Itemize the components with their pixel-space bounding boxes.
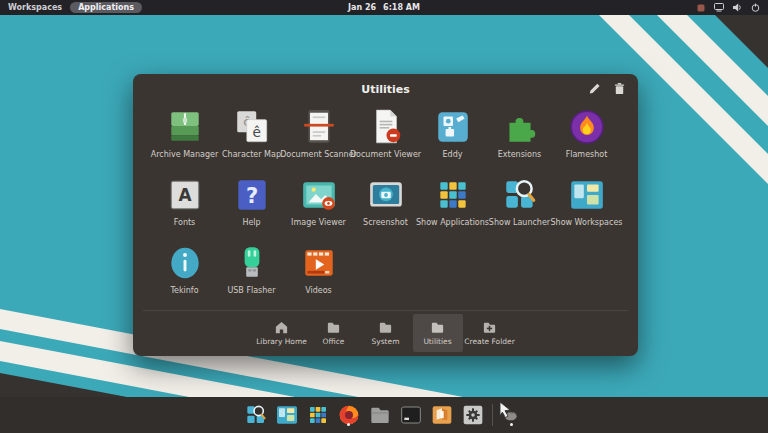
- tab-utilities[interactable]: Utilities: [413, 314, 463, 352]
- panel-right: [697, 0, 760, 15]
- screenshot-icon: [367, 176, 405, 214]
- usb-flasher-icon: [233, 244, 271, 282]
- app-document-scanner[interactable]: Document Scanner: [285, 106, 352, 174]
- archive-manager-icon: [166, 108, 204, 146]
- character-map-icon: ĉ ê: [233, 108, 271, 146]
- volume-icon[interactable]: [733, 3, 742, 12]
- dialog-header: Utilities: [133, 74, 638, 104]
- tab-create-folder[interactable]: Create Folder: [465, 314, 515, 352]
- app-character-map[interactable]: ĉ ê Character Map: [218, 106, 285, 174]
- dock-item-show-launcher[interactable]: [244, 403, 268, 427]
- svg-text:A: A: [178, 185, 191, 205]
- app-show-workspaces[interactable]: Show Workspaces: [553, 174, 620, 242]
- dialog-actions: [588, 82, 626, 95]
- app-screenshot[interactable]: Screenshot: [352, 174, 419, 242]
- flameshot-icon: [568, 108, 606, 146]
- dock-item-show-workspaces[interactable]: [275, 403, 299, 427]
- pencil-icon: [588, 82, 601, 95]
- divider: [143, 310, 628, 311]
- folder-icon: [378, 320, 393, 335]
- document-scanner-icon: [300, 108, 338, 146]
- clock-date: Jan 26: [348, 3, 376, 12]
- show-launcher-icon: [501, 176, 539, 214]
- svg-text:?: ?: [245, 183, 257, 208]
- category-tabs: Library Home Office System Utilities Cre…: [133, 314, 638, 352]
- trash-icon: [613, 82, 626, 95]
- workspaces-menu[interactable]: Workspaces: [8, 0, 62, 15]
- folder-icon: [326, 320, 341, 335]
- applications-menu[interactable]: Applications: [70, 2, 142, 13]
- terminal-icon: [399, 403, 423, 427]
- app-flameshot[interactable]: Flameshot: [553, 106, 620, 174]
- app-fonts[interactable]: A Fonts: [151, 174, 218, 242]
- show-applications-icon: [434, 176, 472, 214]
- show-applications-icon: [306, 403, 330, 427]
- app-grid: Archive Manager ĉ ê Character Map: [133, 106, 638, 310]
- extensions-icon: [501, 108, 539, 146]
- app-archive-manager[interactable]: Archive Manager: [151, 106, 218, 174]
- eddy-icon: [434, 108, 472, 146]
- help-icon: ?: [233, 176, 271, 214]
- appcenter-icon: [430, 403, 454, 427]
- app-show-applications[interactable]: Show Applications: [419, 174, 486, 242]
- indicator-icon[interactable]: [697, 4, 705, 12]
- power-icon[interactable]: [751, 3, 760, 12]
- home-icon: [274, 320, 289, 335]
- dock-item-settings[interactable]: [461, 403, 485, 427]
- show-launcher-icon: [244, 403, 268, 427]
- running-indicator: [510, 423, 513, 426]
- dock-item-firefox[interactable]: [337, 403, 361, 427]
- page-title: Utilities: [361, 83, 410, 96]
- files-folder-icon: [368, 403, 392, 427]
- clock[interactable]: Jan 26 6:18 AM: [348, 3, 420, 12]
- tab-system[interactable]: System: [361, 314, 411, 352]
- image-viewer-icon: [300, 176, 338, 214]
- clock-time: 6:18 AM: [383, 3, 420, 12]
- display-icon[interactable]: [714, 3, 724, 12]
- dock-item-files[interactable]: [368, 403, 392, 427]
- tab-library-home[interactable]: Library Home: [257, 314, 307, 352]
- app-show-launcher[interactable]: Show Launcher: [486, 174, 553, 242]
- app-tekinfo[interactable]: Tekinfo: [151, 242, 218, 310]
- app-document-viewer[interactable]: Document Viewer: [352, 106, 419, 174]
- delete-button[interactable]: [613, 82, 626, 95]
- top-panel: Workspaces Applications Jan 26 6:18 AM: [0, 0, 768, 15]
- app-image-viewer[interactable]: Image Viewer: [285, 174, 352, 242]
- utilities-dialog: Utilities Archive Manager: [133, 74, 638, 356]
- app-eddy[interactable]: Eddy: [419, 106, 486, 174]
- folder-plus-icon: [482, 320, 497, 335]
- dock: [0, 397, 768, 433]
- dock-item-appcenter[interactable]: [430, 403, 454, 427]
- tekinfo-icon: [166, 244, 204, 282]
- folder-icon: [430, 320, 445, 335]
- app-videos[interactable]: Videos: [285, 242, 352, 310]
- gear-icon: [461, 403, 485, 427]
- edit-button[interactable]: [588, 82, 601, 95]
- app-extensions[interactable]: Extensions: [486, 106, 553, 174]
- app-help[interactable]: ? Help: [218, 174, 285, 242]
- show-workspaces-icon: [275, 403, 299, 427]
- show-workspaces-icon: [568, 176, 606, 214]
- panel-left: Workspaces Applications: [0, 0, 142, 15]
- desktop: Workspaces Applications Jan 26 6:18 AM U…: [0, 0, 768, 433]
- app-usb-flasher[interactable]: USB Flasher: [218, 242, 285, 310]
- videos-icon: [300, 244, 338, 282]
- document-viewer-icon: [367, 108, 405, 146]
- dock-item-show-applications[interactable]: [306, 403, 330, 427]
- dock-separator: [492, 404, 493, 426]
- running-indicator: [347, 423, 350, 426]
- fonts-icon: A: [166, 176, 204, 214]
- tab-office[interactable]: Office: [309, 314, 359, 352]
- dock-item-terminal[interactable]: [399, 403, 423, 427]
- svg-text:ê: ê: [252, 124, 260, 140]
- mouse-cursor: [498, 401, 514, 419]
